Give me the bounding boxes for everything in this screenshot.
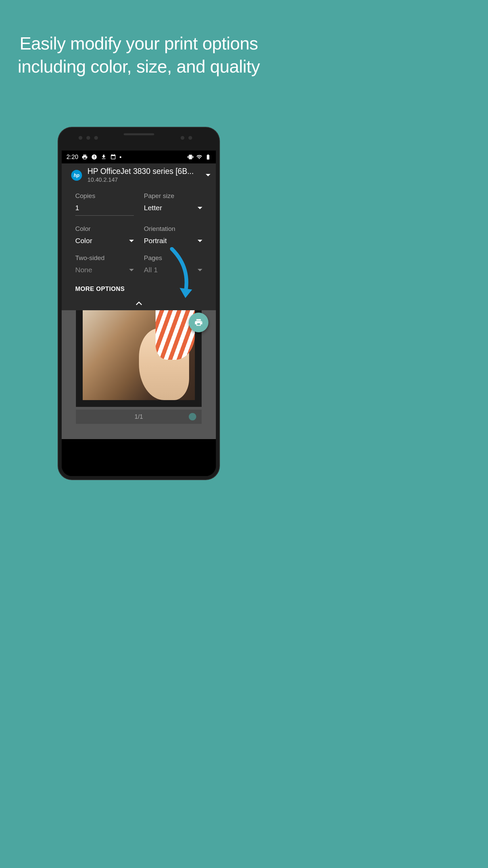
more-options-button[interactable]: MORE OPTIONS	[62, 281, 216, 299]
paper-size-select[interactable]: Letter	[144, 204, 203, 212]
copies-label: Copies	[75, 192, 134, 200]
orientation-label: Orientation	[144, 225, 203, 233]
collapse-panel-button[interactable]	[62, 299, 216, 310]
chevron-down-icon	[206, 174, 210, 176]
paper-size-label: Paper size	[144, 192, 203, 200]
page-preview[interactable]	[76, 310, 202, 407]
android-nav-bar	[62, 456, 216, 476]
chevron-down-icon	[129, 240, 134, 242]
orientation-select[interactable]: Portrait	[144, 237, 203, 245]
color-label: Color	[75, 225, 134, 233]
phone-screen: 2:20 hp HP OfficeJet 3830 series [6B... …	[62, 151, 216, 476]
status-time: 2:20	[66, 154, 78, 161]
preview-photo	[83, 310, 195, 400]
printer-name: HP OfficeJet 3830 series [6B...	[87, 167, 200, 176]
page-counter-bar: 1/1	[76, 410, 202, 424]
svg-rect-2	[94, 158, 95, 159]
print-icon	[82, 154, 88, 160]
chevron-down-icon	[198, 240, 202, 242]
print-options-panel: hp HP OfficeJet 3830 series [6B... 10.40…	[62, 163, 216, 310]
download-icon	[101, 154, 107, 160]
pages-select[interactable]: All 1	[144, 266, 203, 274]
pages-label: Pages	[144, 254, 203, 262]
print-icon	[194, 318, 203, 327]
vibrate-icon	[187, 154, 194, 160]
two-sided-select[interactable]: None	[75, 266, 134, 274]
color-select[interactable]: Color	[75, 237, 134, 245]
svg-rect-1	[94, 156, 95, 158]
wifi-icon	[196, 154, 202, 160]
battery-icon	[205, 154, 211, 160]
print-fab-button[interactable]	[189, 313, 208, 332]
calendar-icon	[110, 154, 116, 160]
phone-frame: 2:20 hp HP OfficeJet 3830 series [6B... …	[58, 127, 219, 479]
printer-ip: 10.40.2.147	[87, 177, 200, 183]
marketing-headline: Easily modify your print options includi…	[0, 0, 278, 78]
printer-selector[interactable]: hp HP OfficeJet 3830 series [6B... 10.40…	[62, 163, 216, 187]
chevron-down-icon	[198, 207, 202, 209]
two-sided-label: Two-sided	[75, 254, 134, 262]
copies-input[interactable]: 1	[75, 204, 134, 216]
page-selected-check-icon	[189, 413, 196, 420]
chevron-down-icon	[198, 269, 202, 271]
chevron-down-icon	[129, 269, 134, 271]
alert-icon	[91, 154, 97, 160]
status-bar: 2:20	[62, 151, 216, 163]
hp-logo-icon: hp	[71, 170, 82, 181]
